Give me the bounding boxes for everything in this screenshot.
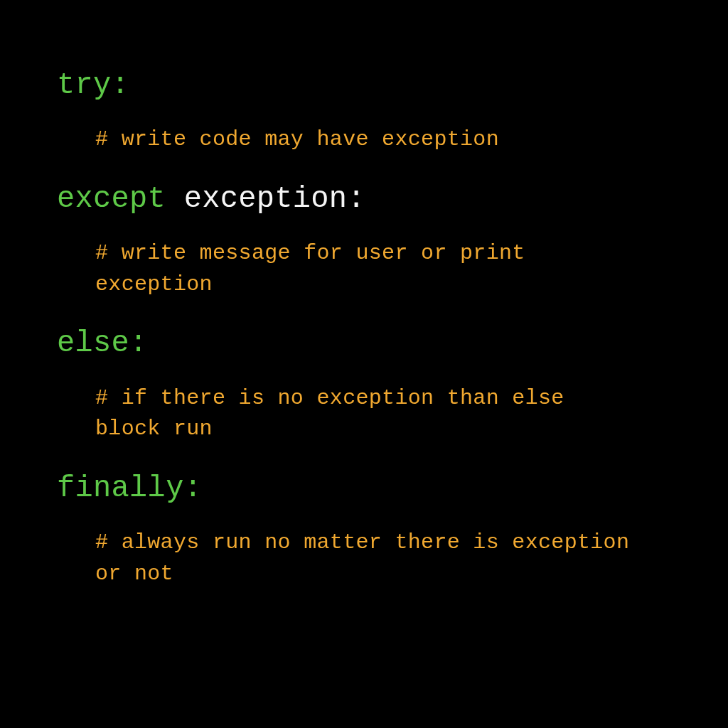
try-keyword: try	[57, 68, 112, 102]
else-comment: # if there is no exception than else blo…	[57, 383, 640, 445]
except-comment: # write message for user or print except…	[57, 238, 640, 300]
finally-keyword: finally	[57, 471, 184, 505]
except-identifier: exception	[166, 182, 347, 216]
code-block: try: # write code may have exception exc…	[57, 68, 671, 589]
finally-colon: :	[184, 471, 203, 505]
except-keyword-line: except exception:	[57, 181, 671, 217]
finally-keyword-line: finally:	[57, 471, 671, 506]
try-keyword-line: try:	[57, 68, 671, 103]
except-section: except exception: # write message for us…	[57, 181, 671, 300]
except-keyword: except	[57, 182, 166, 216]
else-section: else: # if there is no exception than el…	[57, 326, 671, 444]
try-colon: :	[112, 68, 130, 102]
else-colon: :	[129, 326, 148, 360]
finally-section: finally: # always run no matter there is…	[57, 471, 671, 589]
try-section: try: # write code may have exception	[57, 68, 671, 156]
else-keyword: else	[57, 326, 129, 360]
finally-comment: # always run no matter there is exceptio…	[57, 528, 640, 589]
try-comment: # write code may have exception	[57, 124, 640, 156]
except-colon: :	[347, 182, 365, 216]
else-keyword-line: else:	[57, 326, 671, 361]
